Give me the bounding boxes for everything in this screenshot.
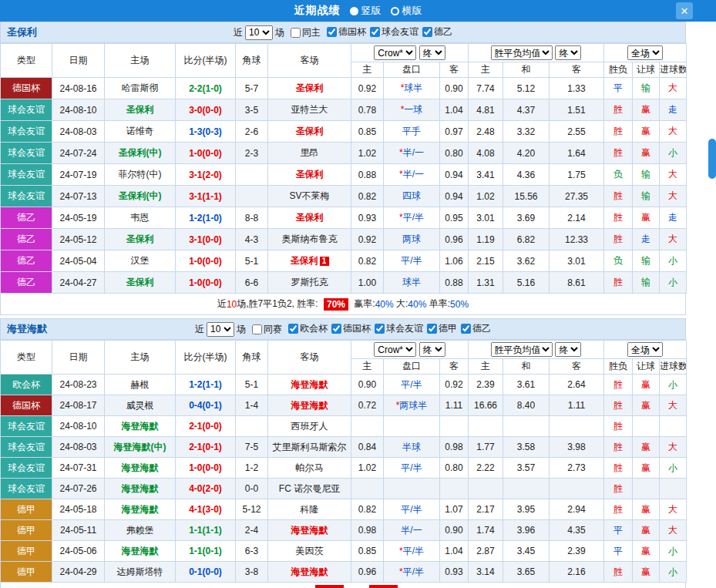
competition-filter-label: 德甲 — [439, 322, 457, 335]
same-filter[interactable]: 同主 — [291, 26, 321, 39]
avg-odds-home: 2.48 — [469, 121, 503, 143]
avg-odds-away: 2.73 — [550, 458, 604, 479]
result-outcome: 平 — [604, 78, 633, 99]
col-corner: 角球 — [236, 341, 268, 375]
goals-outcome: 小 — [660, 250, 687, 272]
match-row: 德国杯24-08-17威灵根0-4(0-1)1-4海登海默0.72*两球半1.1… — [1, 395, 687, 416]
match-score: 3-1(2-0) — [176, 164, 236, 186]
filter-bar: 近 10 场 同主 德国杯球会友谊德乙 — [234, 25, 452, 40]
match-row: 球会友谊24-08-03诺维奇1-3(0-3)2-6圣保利0.85平手0.972… — [1, 121, 687, 143]
handicap-outcome: 输 — [633, 272, 660, 294]
corner-score: 2-3 — [236, 143, 268, 164]
home-team: 海登海默 — [105, 541, 176, 562]
same-filter[interactable]: 同赛 — [252, 323, 282, 336]
avg-odds-draw: 15.56 — [503, 186, 550, 207]
odds-final-select[interactable]: 终 — [419, 45, 445, 60]
match-count-select[interactable]: 10 — [207, 322, 234, 337]
col-handicap-result: 让球 — [633, 62, 660, 78]
competition-filter[interactable]: 德乙 — [422, 25, 452, 39]
avg-odds-away: 1.11 — [550, 395, 604, 416]
match-row: 德乙24-05-04汉堡1-0(0-0)5-1圣保利10.82平/半1.062.… — [1, 250, 687, 272]
avg-odds-draw: 3.58 — [503, 437, 550, 458]
match-date: 24-04-27 — [52, 272, 105, 294]
selects-header-row: 类型 日期 主场 比分(半场) 角球 客场 Crow* 终 胜平负均值 终 — [1, 44, 687, 62]
competition-filter-checkbox[interactable] — [370, 27, 380, 37]
handicap-outcome: 赢 — [633, 499, 660, 520]
match-count-select[interactable]: 10 — [245, 25, 273, 40]
competition-filter[interactable]: 欧会杯 — [288, 322, 328, 335]
col-handicap: 盘口 — [384, 62, 440, 78]
competition-filter[interactable]: 德国杯 — [331, 322, 371, 335]
corner-score: 3-5 — [236, 99, 268, 121]
layout-radio-horizontal[interactable]: 横版 — [391, 4, 422, 18]
scope-select[interactable]: 全场 — [627, 45, 663, 60]
competition-filter[interactable]: 德国杯 — [327, 25, 366, 39]
asterisk-marker: * — [399, 147, 403, 158]
competition-filter-checkbox[interactable] — [427, 324, 437, 334]
col-result: 胜负 — [604, 359, 633, 375]
competition-filter-checkbox[interactable] — [375, 324, 385, 334]
odds-final-select[interactable]: 终 — [419, 342, 445, 357]
close-icon[interactable]: ✕ — [676, 2, 693, 19]
result-outcome: 负 — [604, 250, 633, 272]
scope-select[interactable]: 全场 — [627, 342, 663, 357]
rate-badge — [315, 585, 344, 588]
competition-filter-checkbox[interactable] — [327, 27, 337, 37]
corner-score: 0-0 — [236, 479, 268, 499]
wdl-final-select[interactable]: 终 — [555, 45, 581, 60]
match-row: 德甲24-05-06海登海默1-1(0-1)6-3美因茨0.85*平/半1.04… — [1, 541, 687, 562]
avg-odds-home: 1.77 — [469, 437, 503, 458]
away-team: 圣保利1 — [268, 250, 351, 272]
goals-outcome: 大 — [660, 186, 687, 207]
avg-odds-away: 2.94 — [550, 499, 604, 520]
competition-filter-checkbox[interactable] — [288, 324, 298, 334]
col-avg-away: 客 — [550, 359, 604, 375]
handicap-outcome: 赢 — [633, 375, 660, 395]
handicap-line: 平手 — [384, 121, 440, 143]
handicap-odds-away: 1.11 — [440, 395, 469, 416]
same-filter-checkbox[interactable] — [252, 324, 262, 334]
avg-odds-away: 27.35 — [550, 186, 604, 207]
wdl-final-select[interactable]: 终 — [555, 342, 581, 357]
competition-filter-label: 德乙 — [472, 322, 491, 335]
handicap-odds-away: 1.04 — [440, 99, 469, 121]
layout-radio-vertical[interactable]: 竖版 — [350, 4, 382, 18]
competition-filter-checkbox[interactable] — [422, 27, 432, 37]
goals-outcome: 大 — [660, 229, 687, 250]
match-date: 24-07-19 — [52, 164, 105, 186]
match-row: 球会友谊24-07-24圣保利(中)1-0(0-0)2-3里昂1.02*半/一0… — [1, 143, 687, 164]
competition-filter[interactable]: 德甲 — [427, 322, 457, 335]
handicap-outcome: 赢 — [633, 520, 660, 541]
asterisk-marker: * — [399, 169, 403, 180]
goals-outcome: 大 — [660, 78, 687, 99]
avg-odds-away: 1.51 — [550, 99, 604, 121]
same-filter-checkbox[interactable] — [291, 28, 301, 38]
away-team: 艾里斯利马斯索尔 — [268, 437, 351, 458]
competition-filter[interactable]: 德乙 — [461, 322, 491, 335]
match-score: 3-1(1-1) — [176, 186, 236, 207]
handicap-odds-home: 0.82 — [351, 250, 384, 272]
odds-source-select[interactable]: Crow* — [374, 342, 416, 357]
competition-filter[interactable]: 球会友谊 — [370, 25, 419, 39]
scrollbar-thumb[interactable] — [708, 139, 716, 179]
competition-type: 德甲 — [1, 541, 52, 562]
competition-filter-checkbox[interactable] — [461, 324, 471, 334]
result-outcome: 胜 — [604, 499, 633, 520]
matches-table: 类型 日期 主场 比分(半场) 角球 客场 Crow* 终 胜平负均值 终 — [0, 340, 687, 583]
handicap-odds-home: 0.78 — [351, 99, 384, 121]
competition-filter[interactable]: 球会友谊 — [375, 322, 423, 335]
wdl-avg-group: 胜平负均值 终 — [469, 44, 604, 62]
odds-source-select[interactable]: Crow* — [374, 45, 416, 60]
wdl-avg-select[interactable]: 胜平负均值 — [491, 45, 553, 60]
handicap-odds-away: 0.88 — [440, 272, 469, 294]
avg-odds-home — [469, 416, 503, 437]
home-team: 哈雷斯彻 — [105, 78, 176, 99]
team-section-heidenheim: 海登海默 近 10 场 同赛 欧会杯德国杯球会友谊德甲德乙 — [0, 318, 686, 588]
competition-filter-checkbox[interactable] — [331, 324, 341, 334]
handicap-odds-home: 0.88 — [351, 164, 384, 186]
goals-outcome: 大 — [660, 437, 687, 458]
match-row: 球会友谊24-07-31海登海默1-0(0-0)1-2帕尔马1.02平/半0.8… — [1, 458, 687, 479]
wdl-avg-select[interactable]: 胜平负均值 — [491, 342, 553, 357]
asterisk-marker: * — [401, 82, 405, 93]
match-score: 4-1(3-0) — [176, 499, 236, 520]
